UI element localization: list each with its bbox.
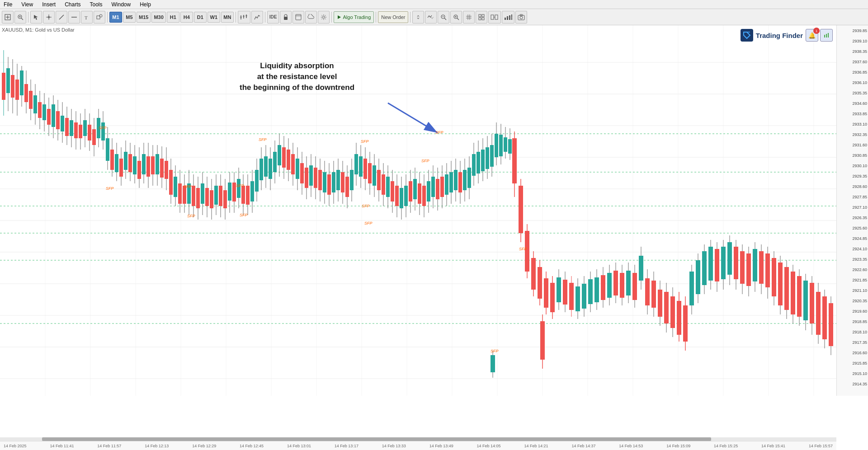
ide-button[interactable]: IDE: [267, 11, 279, 23]
timeframe-m15[interactable]: M15: [137, 12, 151, 23]
time-label-14: 14 Feb 15:09: [666, 444, 690, 448]
menu-view[interactable]: View: [19, 1, 35, 8]
menu-help[interactable]: Help: [138, 1, 153, 8]
annotation-text: Liquidity absorption at the resistance l…: [240, 61, 354, 93]
timeframe-d1[interactable]: D1: [194, 12, 207, 23]
timeframe-mn[interactable]: MN: [221, 12, 234, 23]
chart-scrollbar[interactable]: [0, 437, 836, 441]
svg-rect-48: [482, 18, 484, 20]
price-label-12: 2930.85: [852, 153, 867, 158]
shapes-button[interactable]: [94, 11, 105, 23]
add-chart-button[interactable]: [488, 11, 501, 23]
new-order-button[interactable]: New Order: [378, 11, 408, 23]
svg-rect-53: [507, 16, 508, 20]
menu-insert[interactable]: Insert: [40, 1, 57, 8]
chart-type-button[interactable]: [238, 11, 250, 23]
menu-tools[interactable]: Tools: [88, 1, 104, 8]
time-label-1: 14 Feb 11:41: [50, 444, 74, 448]
svg-rect-353: [594, 277, 599, 302]
zoom-out-button[interactable]: [450, 11, 462, 23]
notification-button[interactable]: 🔔 1: [806, 29, 818, 42]
price-label-0: 2939.85: [852, 28, 867, 33]
sfp-label-12: SFP: [435, 130, 443, 135]
screenshot-button[interactable]: [515, 11, 527, 23]
svg-rect-413: [784, 267, 789, 310]
svg-rect-343: [563, 280, 567, 305]
svg-rect-329: [519, 186, 523, 233]
svg-rect-411: [778, 262, 783, 305]
svg-rect-263: [368, 163, 372, 183]
svg-line-31: [418, 15, 419, 17]
svg-rect-349: [582, 284, 586, 309]
svg-text:T: T: [85, 15, 88, 20]
candlestick-chart[interactable]: [0, 25, 836, 396]
settings-button[interactable]: [318, 11, 330, 23]
line-button[interactable]: [56, 11, 67, 23]
svg-rect-201: [228, 183, 231, 201]
zoom-in-button[interactable]: [14, 11, 26, 23]
svg-rect-157: [128, 154, 132, 172]
svg-rect-307: [467, 168, 471, 188]
svg-rect-365: [632, 273, 637, 300]
svg-rect-323: [504, 137, 507, 152]
svg-rect-245: [327, 174, 331, 195]
svg-rect-101: [2, 73, 5, 100]
svg-rect-287: [422, 186, 426, 206]
svg-rect-389: [708, 247, 713, 281]
svg-rect-401: [746, 253, 751, 286]
svg-rect-251: [341, 172, 344, 192]
svg-rect-281: [409, 181, 412, 202]
svg-rect-239: [314, 168, 317, 188]
cursor-button[interactable]: [30, 11, 42, 23]
scrollbar-thumb[interactable]: [42, 437, 711, 441]
algo-trading-button[interactable]: Algo Trading: [334, 11, 374, 23]
template-button[interactable]: [292, 11, 304, 23]
svg-rect-339: [550, 283, 555, 312]
svg-rect-253: [345, 177, 349, 197]
svg-rect-373: [658, 290, 662, 317]
svg-rect-311: [476, 152, 480, 173]
price-label-21: 2924.10: [852, 247, 867, 251]
svg-rect-52: [505, 18, 506, 20]
price-label-33: 2915.10: [852, 371, 867, 376]
toolbar-separator-6: [376, 12, 376, 23]
depth-button[interactable]: [412, 11, 424, 23]
cloud-button[interactable]: [305, 11, 317, 23]
crosshair-button[interactable]: [43, 11, 55, 23]
svg-rect-293: [436, 179, 439, 199]
new-chart-button[interactable]: [2, 11, 14, 23]
indicators-button[interactable]: [251, 11, 263, 23]
svg-rect-247: [332, 172, 335, 192]
chart-sync-button[interactable]: [425, 11, 437, 23]
svg-rect-405: [759, 251, 764, 284]
timeframe-w1[interactable]: W1: [208, 12, 220, 23]
timeframe-m30[interactable]: M30: [151, 12, 165, 23]
svg-rect-317: [490, 145, 494, 167]
svg-rect-159: [133, 156, 137, 174]
timeframe-m1[interactable]: M1: [109, 12, 122, 23]
menu-charts[interactable]: Charts: [63, 1, 82, 8]
hline-button[interactable]: [68, 11, 80, 23]
svg-line-11: [59, 15, 64, 19]
chart-description: Gold vs US Dollar: [35, 27, 74, 33]
text-button[interactable]: T: [81, 11, 93, 23]
lock-button[interactable]: [280, 11, 292, 23]
timeframe-m5[interactable]: M5: [123, 12, 136, 23]
menu-file[interactable]: File: [2, 1, 14, 8]
svg-line-33: [418, 18, 419, 19]
grid-button[interactable]: [463, 11, 475, 23]
svg-rect-279: [404, 186, 408, 206]
menu-window[interactable]: Window: [110, 1, 133, 8]
svg-rect-151: [115, 154, 118, 172]
volume-button[interactable]: [502, 11, 514, 23]
sfp-label-8: SFP: [361, 139, 369, 144]
svg-rect-191: [205, 188, 209, 206]
timeframe-h1[interactable]: H1: [167, 12, 179, 23]
signal-button[interactable]: [820, 29, 833, 42]
timeframe-h4[interactable]: H4: [180, 12, 193, 23]
zoom-reset-button[interactable]: [438, 11, 449, 23]
svg-rect-393: [721, 247, 726, 279]
svg-rect-25: [284, 17, 288, 20]
time-label-8: 14 Feb 13:33: [382, 444, 406, 448]
expand-button[interactable]: [476, 11, 487, 23]
